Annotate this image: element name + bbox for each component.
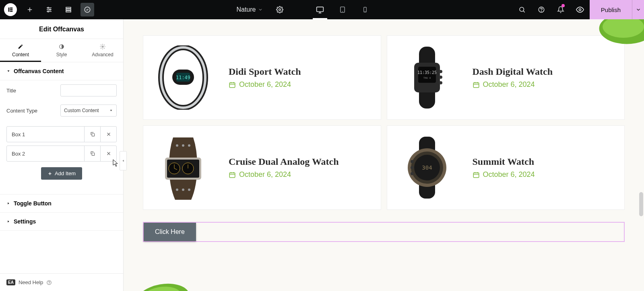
offcanvas-toggle-button[interactable]: Click Here bbox=[144, 223, 196, 241]
svg-point-63 bbox=[439, 70, 442, 73]
section-offcanvas-content[interactable]: Offcanvas Content bbox=[0, 62, 123, 80]
calendar-icon bbox=[229, 81, 236, 88]
svg-marker-46 bbox=[122, 160, 124, 162]
finder-button[interactable] bbox=[512, 0, 532, 19]
svg-point-27 bbox=[541, 11, 541, 11]
product-card: 304 Summit Watch October 6, 2024 bbox=[387, 125, 625, 210]
product-date: October 6, 2024 bbox=[483, 170, 535, 179]
product-title: Dash Digital Watch bbox=[473, 66, 553, 77]
chevron-down-icon bbox=[109, 109, 113, 113]
svg-rect-2 bbox=[10, 9, 13, 10]
product-image: 11:35:25THU 4 bbox=[393, 43, 461, 112]
tab-advanced[interactable]: Advanced bbox=[82, 39, 123, 62]
add-widget-button[interactable] bbox=[20, 0, 39, 19]
svg-point-77 bbox=[176, 144, 178, 147]
notifications-button[interactable] bbox=[551, 0, 570, 19]
svg-marker-31 bbox=[8, 70, 10, 72]
svg-rect-17 bbox=[317, 7, 324, 12]
svg-point-81 bbox=[182, 189, 184, 191]
site-settings-button[interactable] bbox=[39, 0, 59, 19]
help-button[interactable] bbox=[532, 0, 551, 19]
svg-point-79 bbox=[188, 144, 190, 147]
svg-point-64 bbox=[439, 76, 442, 79]
mobile-view-button[interactable] bbox=[354, 0, 376, 19]
svg-marker-33 bbox=[110, 110, 112, 111]
gear-icon bbox=[99, 43, 106, 50]
remove-item-button[interactable] bbox=[100, 146, 116, 161]
title-label: Title bbox=[6, 88, 16, 94]
duplicate-item-button[interactable] bbox=[84, 127, 100, 142]
elementor-logo[interactable] bbox=[4, 3, 17, 16]
product-card: 11:49 Didi Sport Watch October 6, 2024 bbox=[143, 35, 381, 120]
content-type-select[interactable]: Custom Content bbox=[60, 105, 117, 117]
pencil-icon bbox=[17, 43, 24, 50]
title-input[interactable] bbox=[61, 85, 128, 96]
caret-down-icon bbox=[6, 69, 10, 73]
svg-text:11:35:25: 11:35:25 bbox=[417, 70, 436, 75]
svg-rect-3 bbox=[10, 11, 13, 12]
product-date: October 6, 2024 bbox=[239, 170, 291, 179]
product-image bbox=[149, 133, 217, 202]
svg-point-78 bbox=[182, 144, 184, 147]
svg-point-9 bbox=[50, 9, 51, 10]
publish-button[interactable]: Publish bbox=[590, 0, 632, 19]
page-settings-button[interactable] bbox=[270, 0, 289, 19]
calendar-icon bbox=[229, 171, 236, 178]
remove-item-button[interactable] bbox=[100, 127, 116, 142]
repeater-item-label: Box 2 bbox=[7, 151, 84, 157]
product-image: 304 bbox=[393, 133, 461, 202]
svg-point-24 bbox=[520, 7, 524, 12]
svg-text:11:49: 11:49 bbox=[176, 75, 190, 80]
section-settings[interactable]: Settings bbox=[0, 213, 123, 231]
tablet-view-button[interactable] bbox=[331, 0, 354, 19]
svg-rect-1 bbox=[10, 8, 13, 9]
svg-rect-37 bbox=[92, 153, 94, 155]
svg-marker-42 bbox=[8, 203, 9, 205]
need-help-link[interactable]: EA Need Help bbox=[0, 273, 123, 291]
svg-text:304: 304 bbox=[422, 164, 432, 171]
svg-point-93 bbox=[411, 166, 414, 169]
collapse-panel-button[interactable] bbox=[120, 151, 127, 170]
svg-rect-54 bbox=[229, 82, 235, 87]
ea-badge: EA bbox=[6, 279, 15, 285]
svg-point-11 bbox=[47, 11, 49, 12]
svg-rect-0 bbox=[8, 8, 10, 12]
tab-style[interactable]: Style bbox=[41, 39, 82, 62]
svg-point-28 bbox=[579, 9, 581, 11]
structure-button[interactable] bbox=[59, 0, 78, 19]
add-item-button[interactable]: Add Item bbox=[41, 167, 82, 180]
svg-point-92 bbox=[411, 160, 414, 163]
editor-sidebar: Edit Offcanvas Content Style Advanced Of… bbox=[0, 19, 124, 291]
svg-rect-34 bbox=[92, 133, 94, 136]
history-button[interactable] bbox=[80, 3, 94, 16]
svg-marker-43 bbox=[8, 221, 9, 223]
theme-switcher[interactable]: Nature bbox=[232, 6, 267, 13]
preview-button[interactable] bbox=[570, 0, 590, 19]
canvas-scrollbar[interactable] bbox=[638, 19, 644, 291]
svg-point-94 bbox=[411, 172, 414, 175]
panel-tabs: Content Style Advanced bbox=[0, 39, 123, 62]
notification-dot bbox=[561, 4, 565, 7]
duplicate-item-button[interactable] bbox=[84, 146, 100, 161]
calendar-icon bbox=[473, 81, 480, 88]
svg-rect-83 bbox=[229, 172, 235, 177]
tab-content[interactable]: Content bbox=[0, 39, 41, 62]
svg-point-80 bbox=[176, 189, 178, 191]
repeater-item[interactable]: Box 1 bbox=[6, 126, 117, 142]
calendar-icon bbox=[473, 171, 480, 178]
product-title: Cruise Dual Analog Watch bbox=[229, 156, 339, 167]
section-toggle-button[interactable]: Toggle Button bbox=[0, 194, 123, 213]
product-date: October 6, 2024 bbox=[483, 80, 535, 89]
desktop-view-button[interactable] bbox=[309, 0, 331, 19]
svg-point-45 bbox=[49, 283, 50, 284]
leaf-decoration bbox=[584, 19, 644, 59]
repeater-item[interactable]: Box 2 bbox=[6, 146, 117, 162]
theme-name: Nature bbox=[236, 6, 256, 13]
svg-point-65 bbox=[439, 81, 442, 84]
selected-widget-outline: Click Here bbox=[143, 222, 625, 242]
svg-point-30 bbox=[102, 46, 103, 47]
content-type-label: Content Type bbox=[6, 108, 37, 114]
publish-options-button[interactable] bbox=[632, 0, 644, 19]
svg-line-25 bbox=[523, 11, 525, 12]
svg-text:THU 4: THU 4 bbox=[423, 76, 430, 79]
